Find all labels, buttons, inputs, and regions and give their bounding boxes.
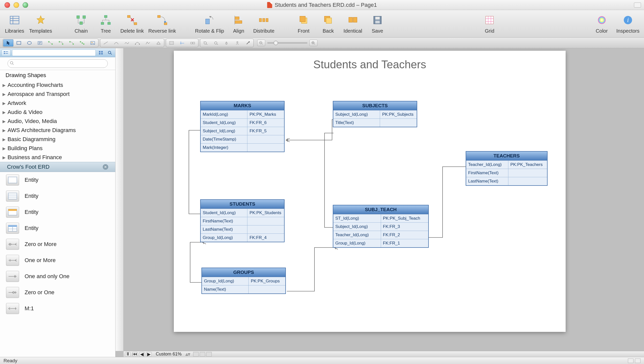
entity-row[interactable]: FirstName(Text) [201,217,284,225]
shape-item[interactable]: Entity [0,204,115,220]
snap-objects-tool[interactable] [188,39,198,46]
entity-row[interactable]: Teacher_Id(Long)PK:PK_Teachers [466,161,547,169]
library-category[interactable]: ▶Audio & Video [0,108,115,117]
line-tool[interactable] [101,39,111,46]
library-view-button[interactable] [2,49,11,56]
shape-item[interactable]: Zero or One [0,284,115,300]
entity-row[interactable]: Name(Text) [202,285,285,294]
library-category[interactable]: ▶Basic Diagramming [0,135,115,144]
person-tool[interactable] [232,39,242,46]
zoom-in-button[interactable] [309,40,317,46]
library-category[interactable]: ▶Aerospace and Transport [0,90,115,99]
grid-view-button[interactable] [97,49,105,56]
zoom-out-button[interactable] [257,40,265,46]
shape-item[interactable]: Entity [0,220,115,236]
library-category[interactable]: ▶Building Plans [0,144,115,153]
fullscreen-button[interactable] [634,3,641,8]
front-button[interactable]: Front [294,14,314,34]
pager-next[interactable]: ▶ [146,352,152,356]
entity-row[interactable]: Date(TimeStamp) [201,135,284,144]
back-button[interactable]: Back [318,14,338,34]
snap-grid-tool[interactable] [167,39,177,46]
chain-button[interactable]: Chain [71,14,91,34]
entity-row[interactable]: ST_Id(Long)PK:PK_Subj_Teach [333,214,428,223]
sidebar-filter-input[interactable] [12,49,96,56]
library-category[interactable]: ▶AWS Architecture Diagrams [0,126,115,135]
reverse-link-button[interactable]: Reverse link [148,14,176,34]
entity-row[interactable]: Teacher_Id(Long)FK:FR_2 [333,231,428,239]
zoom-window-button[interactable] [23,2,28,8]
entity-row[interactable]: Student_Id(Long)FK:FR_6 [201,119,284,127]
shape-item[interactable]: Zero or More [0,236,115,252]
round-connector-tool[interactable] [67,39,77,46]
library-category[interactable]: ▶Accounting Flowcharts [0,81,115,90]
entity-row[interactable]: Subject_Id(Long)PK:PK_Subjects [333,110,417,119]
smart-connector-tool[interactable] [56,39,66,46]
shape-item[interactable]: M:1 [0,300,115,317]
entity-teachers[interactable]: TEACHERSTeacher_Id(Long)PK:PK_TeachersFi… [466,151,548,186]
shape-item[interactable]: One and only One [0,268,115,284]
color-button[interactable]: Color [592,14,612,34]
shape-item[interactable]: Entity [0,172,115,188]
zoom-tool[interactable] [211,39,221,46]
zoom-slider[interactable] [267,42,307,44]
entity-row[interactable]: Title(Text) [333,119,417,127]
close-window-button[interactable] [5,2,10,8]
entity-row[interactable]: Mark(Integer) [201,144,284,152]
align-button[interactable]: Align [229,14,249,34]
pager-pause[interactable]: ⏸ [125,352,131,356]
snap-guides-tool[interactable] [177,39,187,46]
library-category[interactable]: ▶Artwork [0,99,115,108]
entity-row[interactable]: Subject_Id(Long)FK:FR_3 [333,223,428,231]
polyline-tool[interactable] [143,39,153,46]
pager-first[interactable]: ⏮ [132,352,138,356]
page-tab-3[interactable] [206,352,212,356]
status-view-1[interactable] [628,358,633,363]
eyedropper-tool[interactable] [243,39,253,46]
entity-students[interactable]: STUDENTSStudent_Id(Long)PK:PK_StudentsFi… [200,199,285,242]
entity-groups[interactable]: GROUPSGroup_Id(Long)PK:PK_GroupsName(Tex… [201,268,286,294]
entity-row[interactable]: LastName(Text) [201,225,284,234]
page-tab-1[interactable] [193,352,199,356]
entity-row[interactable]: FirstName(Text) [466,169,547,177]
entity-row[interactable]: Group_Id(Long)FK:FR_1 [333,239,428,248]
entity-row[interactable]: Group_Id(Long)PK:PK_Groups [202,277,285,285]
entity-row[interactable]: Group_Id(Long)FK:FR_4 [201,234,284,242]
ellipse-tool[interactable] [24,39,34,46]
tree-button[interactable]: Tree [96,14,116,34]
shape-item[interactable]: Entity [0,188,115,204]
entity-subjects[interactable]: SUBJECTSSubject_Id(Long)PK:PK_SubjectsTi… [333,101,417,127]
direct-connector-tool[interactable] [45,39,56,46]
page[interactable]: Students and Teachers [174,51,566,332]
entity-subj-teach[interactable]: SUBJ_TEACHST_Id(Long)PK:PK_Subj_TeachSub… [333,205,429,248]
library-category[interactable]: ▶Business and Finance [0,153,115,162]
shape-item[interactable]: One or More [0,252,115,268]
spline-tool[interactable] [122,39,132,46]
canvas-viewport[interactable]: Students and Teachers [124,48,644,351]
pointer-tool[interactable] [3,39,13,46]
entity-row[interactable]: Student_Id(Long)PK:PK_Students [201,209,284,217]
fit-page-tool[interactable] [201,39,211,46]
distribute-button[interactable]: Distribute [253,14,274,34]
library-category[interactable]: ▶Audio, Video, Media [0,117,115,126]
status-view-2[interactable] [635,358,640,363]
entity-row[interactable]: LastName(Text) [466,177,547,186]
hand-tool[interactable] [222,39,232,46]
minimize-window-button[interactable] [14,2,19,8]
save-button[interactable]: Save [367,14,388,34]
rotate-flip-button[interactable]: Rotate & Flip [195,14,224,34]
zoom-stepper-icon[interactable]: ▵▿ [186,351,190,357]
search-view-button[interactable] [106,49,114,56]
library-search-input[interactable] [8,59,108,68]
insert-image-tool[interactable] [88,39,98,46]
inspectors-button[interactable]: i Inspectors [616,14,639,34]
arc-tool[interactable] [111,39,121,46]
delete-link-button[interactable]: Delete link [120,14,144,34]
polygon-tool[interactable] [153,39,164,46]
bezier-tool[interactable] [132,39,142,46]
rectangle-tool[interactable] [14,39,24,46]
active-library-header[interactable]: Crow's Foot ERD ✕ [0,162,115,172]
templates-button[interactable]: Templates [29,14,52,34]
close-library-button[interactable]: ✕ [103,164,108,170]
pager-prev[interactable]: ◀ [139,352,145,356]
